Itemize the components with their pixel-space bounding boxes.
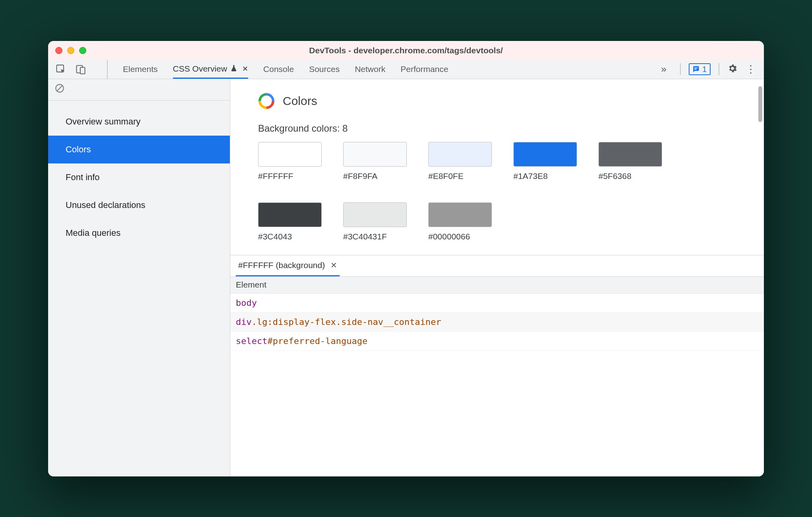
sidebar-item-colors[interactable]: Colors: [48, 136, 230, 163]
swatch-item[interactable]: #FFFFFF: [258, 142, 322, 181]
swatch-label: #1A73E8: [513, 167, 577, 181]
tab-css-overview[interactable]: CSS Overview ✕: [173, 60, 249, 79]
scrollbar[interactable]: [758, 86, 762, 122]
swatch: [598, 142, 662, 167]
swatch: [343, 142, 407, 167]
swatch-item[interactable]: #00000066: [428, 202, 492, 241]
swatch-label: #FFFFFF: [258, 167, 322, 181]
chat-icon: [692, 65, 700, 73]
sidebar-nav: Overview summary Colors Font info Unused…: [48, 101, 230, 247]
element-row[interactable]: select#preferred-language: [230, 332, 764, 351]
tab-console[interactable]: Console: [263, 60, 294, 79]
settings-icon[interactable]: [727, 63, 738, 76]
token-tag: body: [236, 298, 257, 308]
swatch-label: #5F6368: [598, 167, 662, 181]
tab-elements[interactable]: Elements: [123, 60, 158, 79]
swatch: [428, 202, 492, 227]
separator: [719, 63, 719, 75]
tabstrip: Elements CSS Overview ✕ Console Sources …: [48, 60, 764, 79]
sidebar-item-font-info[interactable]: Font info: [48, 163, 230, 191]
tab-performance[interactable]: Performance: [400, 60, 448, 79]
token-class: .lg:display-flex.side-nav__container: [252, 317, 441, 327]
swatch-label: #3C4043: [258, 227, 322, 241]
kebab-menu-icon[interactable]: ⋮: [746, 63, 756, 76]
svg-rect-4: [694, 69, 697, 70]
sidebar-item-label: Font info: [66, 172, 100, 183]
detail-tabs: #FFFFFF (background) ✕: [230, 255, 764, 277]
sidebar-item-label: Media queries: [66, 228, 120, 238]
svg-rect-3: [694, 68, 697, 68]
window-title: DevTools - developer.chrome.com/tags/dev…: [48, 46, 764, 55]
swatch: [258, 202, 322, 227]
swatch-item[interactable]: #5F6368: [598, 142, 662, 181]
detail-tab[interactable]: #FFFFFF (background) ✕: [236, 255, 340, 276]
svg-rect-2: [80, 67, 85, 74]
clear-overview-icon[interactable]: [54, 83, 65, 96]
flask-icon: [230, 64, 237, 74]
element-row[interactable]: div.lg:display-flex.side-nav__container: [230, 313, 764, 332]
close-detail-tab-icon[interactable]: ✕: [330, 260, 337, 270]
swatch-item[interactable]: #1A73E8: [513, 142, 577, 181]
main-panel: Colors Background colors: 8 #FFFFFF#F8F9…: [230, 79, 764, 476]
titlebar: DevTools - developer.chrome.com/tags/dev…: [48, 41, 764, 60]
issues-count: 1: [702, 65, 707, 74]
inspect-tools: [48, 60, 108, 79]
sidebar-item-label: Unused declarations: [66, 200, 146, 210]
swatch: [513, 142, 577, 167]
swatch: [343, 202, 407, 227]
issues-badge[interactable]: 1: [689, 63, 711, 75]
separator: [680, 63, 681, 75]
colors-section: Colors Background colors: 8 #FFFFFF#F8F9…: [230, 79, 764, 255]
swatch-item[interactable]: #3C4043: [258, 202, 322, 241]
swatch-item[interactable]: #E8F0FE: [428, 142, 492, 181]
detail-tab-label: #FFFFFF (background): [238, 260, 325, 270]
sidebar-item-overview-summary[interactable]: Overview summary: [48, 108, 230, 136]
sidebar-toolbar: [48, 79, 230, 101]
swatch: [428, 142, 492, 167]
sidebar: Overview summary Colors Font info Unused…: [48, 79, 230, 476]
swatch: [258, 142, 322, 167]
table-header: Element: [230, 277, 764, 293]
content: Overview summary Colors Font info Unused…: [48, 79, 764, 476]
more-tabs-icon[interactable]: »: [656, 64, 672, 75]
token-tag: div: [236, 317, 252, 327]
swatch-item[interactable]: #F8F9FA: [343, 142, 407, 181]
background-colors-count: Background colors: 8: [258, 123, 764, 142]
detail-panel: #FFFFFF (background) ✕ Element bodydiv.l…: [230, 255, 764, 476]
panel-tabs: Elements CSS Overview ✕ Console Sources …: [108, 60, 448, 79]
sidebar-item-label: Colors: [66, 144, 91, 155]
element-row[interactable]: body: [230, 293, 764, 313]
swatch-label: #00000066: [428, 227, 492, 241]
swatch-label: #F8F9FA: [343, 167, 407, 181]
device-toolbar-icon[interactable]: [75, 64, 86, 75]
swatch-item[interactable]: #3C40431F: [343, 202, 407, 241]
colors-ring-icon: [258, 93, 275, 109]
swatch-grid: #FFFFFF#F8F9FA#E8F0FE#1A73E8#5F6368#3C40…: [258, 142, 695, 241]
sidebar-item-label: Overview summary: [66, 117, 140, 127]
tab-network[interactable]: Network: [355, 60, 385, 79]
inspect-element-icon[interactable]: [55, 64, 66, 75]
section-title: Colors: [283, 94, 317, 108]
token-tag: select: [236, 336, 267, 346]
devtools-window: DevTools - developer.chrome.com/tags/dev…: [48, 41, 764, 476]
close-tab-icon[interactable]: ✕: [241, 64, 248, 73]
sidebar-item-media-queries[interactable]: Media queries: [48, 219, 230, 247]
tab-sources[interactable]: Sources: [309, 60, 340, 79]
sidebar-item-unused-declarations[interactable]: Unused declarations: [48, 191, 230, 219]
element-rows: bodydiv.lg:display-flex.side-nav__contai…: [230, 293, 764, 351]
swatch-label: #3C40431F: [343, 227, 407, 241]
svg-line-6: [57, 86, 62, 91]
table-header-label: Element: [236, 280, 266, 290]
token-id: #preferred-language: [267, 336, 367, 346]
swatch-label: #E8F0FE: [428, 167, 492, 181]
